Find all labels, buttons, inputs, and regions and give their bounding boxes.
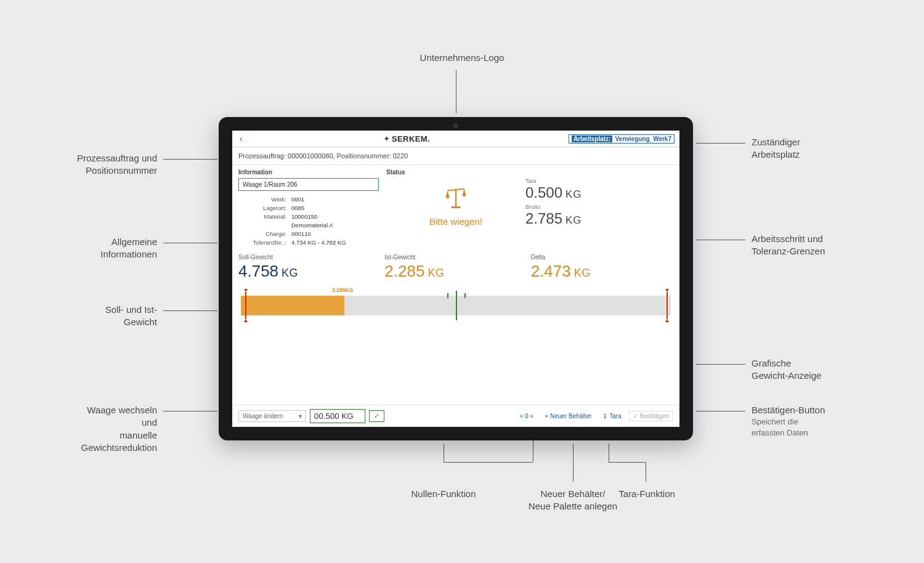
kv-row: Demomaterial A: [238, 221, 386, 229]
company-logo: ✦ SERKEM.: [384, 134, 430, 144]
chevron-down-icon: ▾: [299, 413, 302, 419]
info-column: Werk:0001 Lagerort:0085 Material:1000015…: [238, 178, 386, 246]
tara-value: 0.500: [525, 184, 562, 201]
brutto-measure: Brutto 2.785KG: [525, 204, 673, 227]
leader-line: [163, 243, 217, 243]
leader-line: [163, 159, 217, 160]
annotation-scale-change: Waage wechseln und manuelle Gewichtsredu…: [34, 404, 157, 454]
weight-input[interactable]: [310, 409, 365, 423]
tara-brutto-column: Tara 0.500KG Brutto 2.785KG: [525, 178, 673, 246]
leader-line: [163, 411, 217, 411]
dropdown-label: Waage ändern: [243, 413, 283, 419]
annotation-null: Nullen-Funktion: [394, 488, 493, 500]
tara-unit: KG: [565, 188, 582, 201]
kv-row: Toleranzbe..:4.734 KG - 4.782 KG: [238, 238, 386, 246]
progress-current-label: 2.285KG: [332, 287, 353, 293]
progress-bar: [241, 296, 671, 315]
brutto-unit: KG: [565, 214, 582, 227]
kv-row: Werk:0001: [238, 195, 386, 203]
annotation-info: Allgemeine Informationen: [34, 236, 157, 261]
top-bar: ‹ ✦ SERKEM. Arbeitsplatz: Verwiegung_Wer…: [232, 131, 679, 147]
leader-line: [456, 70, 456, 113]
annotation-weights: Soll- und Ist- Gewicht: [34, 304, 157, 329]
annotation-confirm-sub: Speichert die erfassten Daten: [752, 416, 825, 438]
back-button[interactable]: ‹: [237, 134, 245, 144]
brutto-label: Brutto: [525, 204, 673, 210]
app-screen: ‹ ✦ SERKEM. Arbeitsplatz: Verwiegung_Wer…: [232, 131, 679, 427]
progress-fill: [241, 296, 344, 315]
tara-button[interactable]: ↧ Tara: [599, 411, 625, 421]
leader-line: [696, 143, 745, 144]
zero-button[interactable]: > 0 <: [516, 411, 537, 421]
leader-line: [609, 444, 609, 462]
footer-bar: Waage ändern ▾ ✓ > 0 < + Neuer Behälter …: [232, 405, 679, 427]
annotation-tara: Tara-Funktion: [598, 488, 696, 500]
leader-line: [609, 462, 646, 463]
download-icon: ↧: [602, 413, 607, 419]
tara-measure: Tara 0.500KG: [525, 178, 673, 201]
process-order-line: Prozessauftrag: 000001000080, Positionsn…: [232, 147, 679, 165]
confirm-input-button[interactable]: ✓: [369, 410, 384, 422]
annotation-logo: Unternehmens-Logo: [0, 52, 924, 64]
annotation-confirm: Bestätigen-Button Speichert die erfasste…: [752, 404, 825, 438]
info-status-row: Werk:0001 Lagerort:0085 Material:1000015…: [232, 177, 679, 250]
logo-text: SERKEM.: [392, 134, 430, 144]
annotation-process: Prozessauftrag und Positionsnummer: [34, 152, 157, 177]
leader-line: [696, 240, 745, 240]
annotation-graph: Grafische Gewicht-Anzeige: [752, 357, 821, 383]
leader-line: [573, 444, 573, 482]
kv-row: Charge:000110: [238, 229, 386, 238]
soll-weight: Soll-Gewicht 4.758KG: [238, 254, 381, 281]
ist-weight: Ist-Gewicht 2.285KG: [384, 254, 527, 281]
logo-icon: ✦: [384, 135, 389, 143]
col-information: Information: [238, 169, 386, 176]
confirm-button[interactable]: ✓ Bestätigen: [629, 411, 673, 421]
leader-line: [696, 364, 745, 365]
col-status: Status: [386, 169, 560, 176]
leader-line: [163, 310, 217, 311]
tablet-frame: ‹ ✦ SERKEM. Arbeitsplatz: Verwiegung_Wer…: [219, 117, 693, 440]
tara-label: Tara: [525, 178, 673, 184]
plus-icon: +: [545, 413, 548, 419]
leader-line: [696, 411, 745, 411]
scale-select-input[interactable]: [238, 178, 379, 191]
big-numbers-row: Soll-Gewicht 4.758KG Ist-Gewicht 2.285KG…: [232, 250, 679, 283]
brutto-value: 2.785: [525, 210, 562, 227]
kv-row: Material:10000150: [238, 212, 386, 221]
scale-icon: [441, 184, 471, 214]
annotation-workplace: Zuständiger Arbeitsplatz: [752, 136, 800, 161]
new-container-button[interactable]: + Neuer Behälter: [541, 411, 595, 421]
status-column: Bitte wiegen!: [386, 178, 525, 246]
status-text: Bitte wiegen!: [429, 216, 482, 227]
workplace-label: Arbeitsplatz:: [572, 136, 613, 142]
svg-line-1: [447, 189, 464, 191]
change-scale-dropdown[interactable]: Waage ändern ▾: [238, 410, 306, 422]
leader-line: [646, 462, 646, 482]
progress-chart: 2.285KG: [232, 283, 679, 322]
leader-line: [444, 444, 444, 462]
kv-row: Lagerort:0085: [238, 203, 386, 212]
annotation-confirm-title: Bestätigen-Button: [752, 404, 825, 416]
annotation-tolerance: Arbeitsschritt und Toleranz-Grenzen: [752, 233, 825, 258]
delta-weight: Delta 2.473KG: [531, 254, 673, 281]
workplace-value: Verwiegung_Werk7: [615, 136, 671, 142]
check-icon: ✓: [633, 413, 638, 419]
leader-line: [444, 462, 533, 463]
workplace-badge[interactable]: Arbeitsplatz: Verwiegung_Werk7: [569, 134, 675, 144]
column-headers: Information Status: [232, 165, 679, 177]
